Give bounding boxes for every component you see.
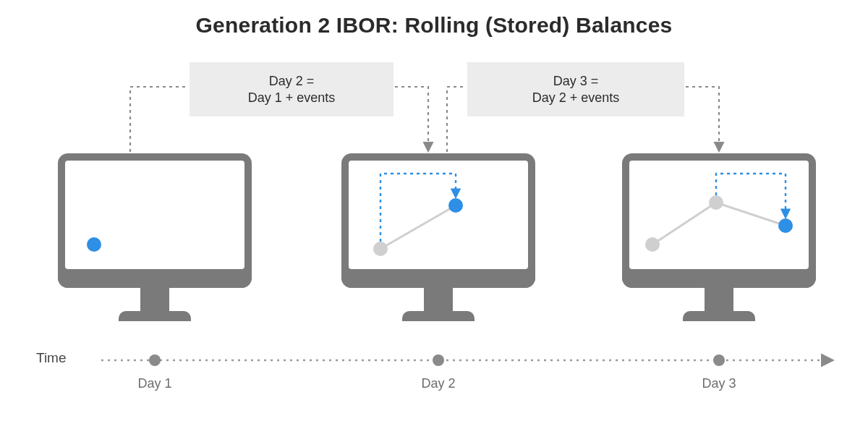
svg-point-11 [433,354,444,366]
screen-day2-chart [349,161,528,269]
callout-day2: Day 2 = Day 1 + events [190,62,393,116]
svg-point-7 [709,195,723,210]
svg-point-3 [448,198,463,213]
timeline-day2-label: Day 2 [409,376,467,391]
svg-line-4 [652,203,716,244]
svg-point-6 [645,237,660,252]
svg-point-2 [373,242,388,256]
timeline-axis-label: Time [36,350,67,366]
monitor-day1 [58,153,252,288]
callout-day2-line2: Day 1 + events [205,90,378,106]
svg-point-10 [149,354,161,366]
svg-line-1 [380,205,456,249]
screen-day3-chart [629,161,809,269]
diagram-root: Generation 2 IBOR: Rolling (Stored) Bala… [0,0,868,421]
callout-day2-line1: Day 2 = [205,73,378,90]
callout-day3: Day 3 = Day 2 + events [467,62,684,116]
monitor-day2 [341,153,535,288]
svg-point-12 [713,354,725,366]
screen-day1-chart [65,161,244,269]
svg-point-0 [87,237,101,252]
callout-day3-line1: Day 3 = [482,73,669,90]
diagram-title: Generation 2 IBOR: Rolling (Stored) Bala… [0,13,868,38]
callout-day3-line2: Day 2 + events [482,90,669,106]
monitor-day3 [622,153,816,288]
timeline-day3-label: Day 3 [690,376,748,391]
svg-line-5 [716,203,786,226]
svg-point-8 [778,218,793,233]
timeline-day1-label: Day 1 [126,376,184,391]
